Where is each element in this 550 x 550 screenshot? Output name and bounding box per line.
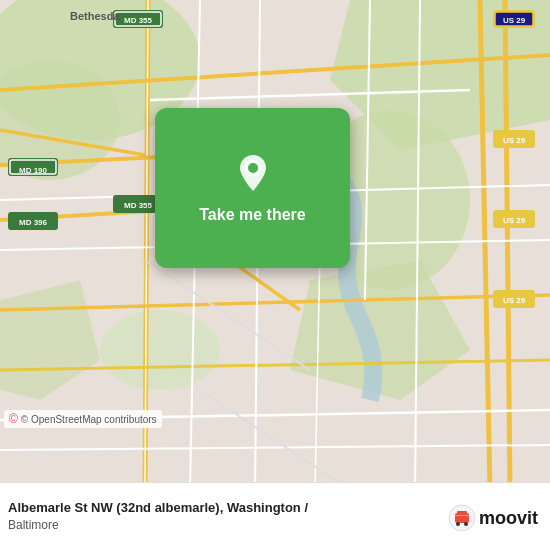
svg-rect-55	[457, 511, 467, 515]
attribution-text: © OpenStreetMap contributors	[21, 414, 157, 425]
svg-text:MD 355: MD 355	[124, 16, 153, 25]
svg-text:US 29: US 29	[503, 216, 526, 225]
svg-text:US 29: US 29	[503, 136, 526, 145]
svg-text:MD 396: MD 396	[19, 218, 48, 227]
svg-text:Bethesda: Bethesda	[70, 10, 120, 22]
moovit-logo: moovit	[448, 504, 538, 532]
navigation-popup[interactable]: Take me there	[155, 108, 350, 268]
svg-point-6	[100, 310, 220, 390]
svg-text:MD 190: MD 190	[19, 166, 48, 175]
bottom-info-bar: Albemarle St NW (32nd albemarle), Washin…	[0, 482, 550, 550]
moovit-logo-icon	[448, 504, 476, 532]
svg-point-57	[464, 522, 468, 526]
svg-point-51	[248, 163, 258, 173]
map-container: US 29 MD 355 MD 190 MD 396 MD 355 US 29 …	[0, 0, 550, 490]
svg-text:MD 355: MD 355	[124, 201, 153, 210]
openstreetmap-icon: ©	[9, 412, 18, 426]
popup-label: Take me there	[199, 205, 305, 224]
location-pin-icon	[231, 151, 275, 195]
map-attribution: © © OpenStreetMap contributors	[4, 410, 162, 428]
svg-text:US 29: US 29	[503, 296, 526, 305]
svg-point-56	[456, 522, 460, 526]
moovit-brand-text: moovit	[479, 508, 538, 529]
svg-rect-58	[455, 515, 469, 516]
svg-text:US 29: US 29	[503, 16, 526, 25]
